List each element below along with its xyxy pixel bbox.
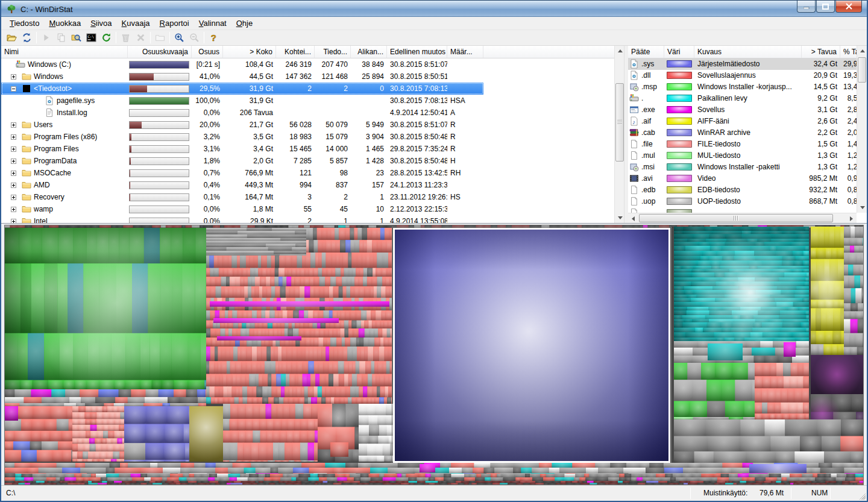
table-row[interactable]: Install.log0,0%206 Tavua4.9.2014 12:50:4…	[1, 107, 614, 119]
expand-icon[interactable]	[11, 183, 16, 188]
scroll-down-button[interactable]	[857, 202, 867, 213]
list-item[interactable]: .fileFILE-tiedosto1,5 Gt1,4%	[628, 139, 857, 150]
menu-item-ohje[interactable]: Ohje	[231, 17, 257, 30]
scroll-right-button[interactable]	[846, 213, 857, 223]
tree-scroll-thumb[interactable]	[615, 83, 624, 162]
expand-icon[interactable]	[11, 146, 16, 152]
list-item[interactable]: ♪.aifAIFF-ääni2,6 Gt2,4%	[628, 116, 857, 127]
column-header-bar[interactable]: Osuuskuvaaja	[128, 46, 192, 58]
list-item[interactable]: .mspWindows Installer -korjausp...14,5 G…	[628, 81, 857, 93]
list-item[interactable]: .aviVideo985,2 Mt0,9%	[628, 173, 857, 184]
close-button[interactable]	[835, 1, 862, 13]
list-item[interactable]: .dllSovelluslaajennus20,9 Gt19,3%	[628, 70, 857, 81]
refresh-green-button[interactable]	[99, 31, 114, 45]
kohteita-cell: 2	[276, 215, 315, 223]
color-swatch	[667, 95, 692, 102]
expand-icon[interactable]	[11, 74, 16, 80]
table-row[interactable]: ProgramData1,8%2,0 Gt7 2855 8571 42830.8…	[1, 155, 614, 167]
help-button[interactable]: ?	[206, 31, 221, 45]
column-header-osuus[interactable]: Osuus	[192, 46, 223, 58]
table-row[interactable]: Program Files (x86)3,2%3,5 Gt18 98315 07…	[1, 131, 614, 143]
tiedostoja-cell: 121 468	[315, 71, 351, 83]
extension-name: .sys	[641, 58, 654, 70]
extension-scroll-thumb[interactable]	[858, 57, 866, 83]
table-row[interactable]: Program Files3,1%3,4 Gt15 46514 0001 465…	[1, 143, 614, 155]
list-item[interactable]: .mulMUL-tiedosto1,3 Gt1,2%	[628, 150, 857, 162]
title-bar[interactable]: C: - WinDirStat	[1, 0, 867, 17]
zoom-in-button[interactable]	[172, 31, 187, 45]
column-header-desc[interactable]: Kuvaus	[694, 46, 802, 58]
list-item-partial[interactable]	[628, 207, 857, 213]
table-row[interactable]: Windows (C:)[0:21 s]108,4 Gt246 319207 4…	[1, 58, 614, 71]
column-header-alikansioita[interactable]: Alikan...	[351, 46, 387, 58]
expand-icon[interactable]	[11, 158, 16, 164]
menu-item-raportoi[interactable]: Raportoi	[155, 17, 194, 30]
tree-column-header[interactable]: NimiOsuuskuvaajaOsuus> KokoKohtei...Tied…	[1, 46, 624, 58]
expand-icon[interactable]	[11, 219, 16, 223]
column-header-ext[interactable]: Pääte	[628, 46, 664, 58]
expand-icon[interactable]	[11, 122, 16, 128]
scroll-left-button[interactable]	[628, 213, 638, 223]
table-row[interactable]: Windows41,0%44,5 Gt147 362121 46825 8943…	[1, 71, 614, 83]
column-header-name[interactable]: Nimi	[1, 46, 128, 58]
pct-cell: 0,8%	[840, 196, 857, 207]
list-item[interactable]: .msiWindows Installer -paketti1,3 Gt1,2%	[628, 162, 857, 173]
cmd-button[interactable]: C:\	[84, 31, 99, 45]
percentage-bar-cell	[128, 71, 192, 83]
extension-hscroll-thumb[interactable]	[639, 214, 833, 222]
menu-item-muokkaa[interactable]: Muokkaa	[44, 17, 86, 30]
extension-cell: .uop	[628, 196, 664, 207]
extension-horizontal-scrollbar[interactable]	[628, 213, 857, 223]
expand-icon[interactable]	[11, 207, 16, 212]
list-item[interactable]: .edbEDB-tiedosto932,2 Mt0,8%	[628, 184, 857, 196]
column-header-bytes[interactable]: > Tavua	[802, 46, 840, 58]
resize-grip[interactable]	[858, 492, 866, 500]
play-icon	[41, 33, 51, 43]
list-item[interactable]: .Paikallinen levy9,2 Gt8,5%	[628, 93, 857, 104]
minimize-button[interactable]	[797, 1, 816, 13]
list-item[interactable]: .exeSovellus3,1 Gt2,8%	[628, 104, 857, 116]
column-header-koko[interactable]: > Koko	[223, 46, 276, 58]
table-row[interactable]: wamp0,0%1,8 Mt5545102.12.2013 22:15:30	[1, 203, 614, 215]
item-name: ProgramData	[34, 155, 77, 167]
table-row[interactable]: AMD0,4%449,3 Mt99483715724.1.2013 11:23:…	[1, 179, 614, 191]
table-row[interactable]: Intel0,0%29,9 Kt2114.9.2014 13:55:08	[1, 215, 614, 223]
expand-icon[interactable]	[11, 171, 16, 176]
explorer-search-button[interactable]	[69, 31, 84, 45]
treemap-canvas[interactable]	[5, 225, 863, 485]
osuus-cell: 0,1%	[192, 191, 223, 203]
table-row[interactable]: Users20,0%21,7 Gt56 02850 0795 94930.8.2…	[1, 119, 614, 131]
column-header-muutos[interactable]: Edellinen muutos	[387, 46, 447, 58]
collapse-icon[interactable]	[11, 86, 16, 92]
menu-item-kuvaaja[interactable]: Kuvaaja	[117, 17, 155, 30]
extension-column-header[interactable]: PääteVäriKuvaus> Tavua% Ta...	[628, 46, 857, 58]
column-header-kohteita[interactable]: Kohtei...	[276, 46, 315, 58]
column-header-color[interactable]: Väri	[664, 46, 694, 58]
tree-vertical-scrollbar[interactable]	[614, 46, 624, 223]
menu-item-siivoa[interactable]: Siivoa	[86, 17, 116, 30]
extension-name: .dll	[641, 70, 650, 81]
list-item[interactable]: .cabWinRAR archive2,2 Gt2,0%	[628, 127, 857, 139]
scroll-up-button[interactable]	[615, 46, 624, 56]
expand-icon[interactable]	[11, 134, 16, 140]
list-item[interactable]: .uopUOP-tiedosto868,7 Mt0,8%	[628, 196, 857, 207]
scroll-up-button[interactable]	[857, 46, 867, 56]
maximize-button[interactable]	[816, 1, 835, 13]
extension-vertical-scrollbar[interactable]	[857, 46, 867, 213]
open-folder-button[interactable]	[4, 31, 19, 45]
column-header-tiedostoja[interactable]: Tiedo...	[315, 46, 351, 58]
menu-item-tiedosto[interactable]: Tiedosto	[5, 17, 44, 30]
table-row[interactable]: Recovery0,1%164,7 Mt32123.11.2012 19:26:…	[1, 191, 614, 203]
menu-item-valinnat[interactable]: Valinnat	[194, 17, 231, 30]
table-row[interactable]: MSOCache0,7%766,9 Mt121982328.8.2015 13:…	[1, 167, 614, 179]
expand-icon[interactable]	[11, 195, 16, 200]
name-cell: Windows	[1, 71, 128, 83]
table-row[interactable]: pagefile.sys100,0%31,9 Gt30.8.2015 7:08:…	[1, 95, 614, 107]
table-row[interactable]: <Tiedostot>29,5%31,9 Gt22030.8.2015 7:08…	[1, 83, 614, 95]
column-header-maar[interactable]: Määr...	[447, 46, 483, 58]
scroll-down-button[interactable]	[615, 213, 624, 223]
bytes-cell: 1,3 Gt	[802, 150, 840, 162]
refresh-arrows-button[interactable]	[19, 31, 34, 45]
list-item[interactable]: .sysJärjestelmätiedosto32,4 Gt29,9%	[628, 58, 857, 70]
color-swatch	[667, 140, 692, 148]
